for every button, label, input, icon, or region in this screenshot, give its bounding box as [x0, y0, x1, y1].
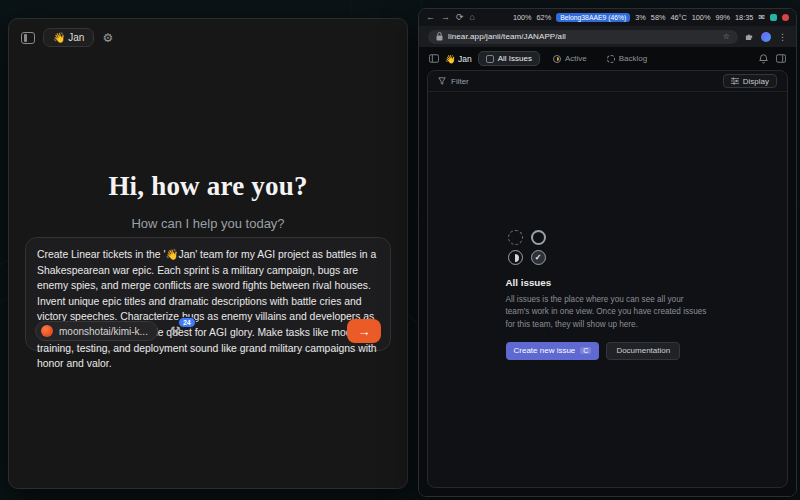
- display-button[interactable]: Display: [723, 74, 777, 88]
- browser-toolbar: ← → ⟳ ⌂ 100% 62% Belong38AAE9 (46%) 3% 5…: [419, 9, 796, 26]
- clock: 18:35: [735, 13, 753, 22]
- lock-icon: [436, 32, 443, 41]
- cpu-status: 62%: [537, 13, 552, 22]
- send-button[interactable]: →: [347, 319, 381, 343]
- filter-funnel-icon: [438, 77, 446, 85]
- bookmark-star-icon[interactable]: ☆: [723, 32, 730, 41]
- back-icon[interactable]: ←: [426, 13, 435, 22]
- greeting-block: Hi, how are you? How can I help you toda…: [9, 171, 407, 231]
- tools-button[interactable]: ⚒ 24: [170, 324, 181, 338]
- browser-menu-icon[interactable]: ⋮: [778, 32, 787, 42]
- stat-3: 3%: [635, 13, 646, 22]
- tab-all-issues[interactable]: All Issues: [478, 51, 540, 66]
- check-icon: ✓: [535, 253, 542, 262]
- backlog-circle-icon: [508, 230, 523, 245]
- model-selector-chip[interactable]: moonshotai/kimi-k...: [35, 321, 158, 341]
- app-tray-icon[interactable]: [770, 14, 777, 21]
- status-tray: 100% 62% Belong38AAE9 (46%) 3% 58% 46°C …: [513, 13, 789, 22]
- extensions-puzzle-icon[interactable]: [745, 32, 754, 41]
- browser-window: ← → ⟳ ⌂ 100% 62% Belong38AAE9 (46%) 3% 5…: [418, 8, 797, 497]
- filter-bar: Filter Display: [428, 71, 787, 92]
- linear-issues-panel: Filter Display ✓: [427, 70, 788, 488]
- todo-circle-icon: [531, 230, 546, 245]
- address-bar[interactable]: linear.app/janii/team/JANAPP/all ☆: [428, 30, 738, 44]
- tab-all-issues-label: All Issues: [498, 54, 532, 63]
- stat-58: 58%: [651, 13, 666, 22]
- empty-state-description: All issues is the place where you can se…: [506, 294, 710, 331]
- reload-icon[interactable]: ⟳: [456, 13, 464, 22]
- desktop: { "jan_app": { "titlebar": { "team_chip_…: [0, 0, 800, 500]
- done-circle-icon: ✓: [531, 250, 546, 265]
- stat-99: 99%: [715, 13, 730, 22]
- tools-count-badge: 24: [178, 317, 196, 328]
- greeting-title: Hi, how are you?: [9, 171, 407, 202]
- jan-titlebar: 👋 Jan ⚙: [9, 19, 407, 56]
- documentation-button[interactable]: Documentation: [606, 342, 680, 360]
- backlog-status-icon: [607, 55, 615, 63]
- linear-team-name: 👋 Jan: [445, 54, 472, 64]
- create-new-issue-label: Create new issue: [514, 346, 576, 355]
- linear-header-actions: [759, 54, 786, 64]
- address-bar-row: linear.app/janii/team/JANAPP/all ☆ ⋮: [419, 26, 796, 47]
- mail-tray-icon[interactable]: ✉: [758, 13, 765, 22]
- active-status-icon: [553, 55, 561, 63]
- settings-gear-icon[interactable]: ⚙: [102, 32, 113, 44]
- url-text: linear.app/janii/team/JANAPP/all: [448, 32, 566, 41]
- tab-active[interactable]: Active: [546, 52, 594, 65]
- team-chip[interactable]: 👋 Jan: [43, 28, 94, 47]
- composer-toolbar: moonshotai/kimi-k... ⚒ 24 →: [35, 319, 381, 343]
- send-arrow-icon: →: [358, 324, 371, 339]
- linear-sidebar-toggle-icon[interactable]: [429, 54, 439, 63]
- jan-app-window: 👋 Jan ⚙ Hi, how are you? How can I help …: [8, 18, 408, 489]
- prompt-input-text[interactable]: Create Linear tickets in the '👋Jan' team…: [37, 247, 379, 372]
- home-icon[interactable]: ⌂: [470, 13, 475, 22]
- create-shortcut-key: C: [580, 347, 591, 354]
- notifications-bell-icon[interactable]: [759, 54, 768, 64]
- filter-button[interactable]: Filter: [438, 77, 469, 86]
- chat-composer[interactable]: Create Linear tickets in the '👋Jan' team…: [25, 237, 391, 351]
- battery-status: 100%: [513, 13, 532, 22]
- sidebar-toggle-icon[interactable]: [21, 32, 35, 44]
- empty-state-title: All issues: [506, 277, 710, 288]
- all-issues-icon: [486, 55, 494, 63]
- forward-icon[interactable]: →: [441, 13, 450, 22]
- jan-logo-emoji: 👋 Jan: [53, 32, 84, 43]
- display-sliders-icon: [731, 77, 739, 85]
- greeting-subtitle: How can I help you today?: [9, 216, 407, 231]
- tab-backlog[interactable]: Backlog: [600, 52, 654, 65]
- stat-100: 100%: [692, 13, 711, 22]
- model-selector-label: moonshotai/kimi-k...: [59, 326, 148, 337]
- filter-label: Filter: [451, 77, 469, 86]
- right-panel-icon[interactable]: [776, 54, 786, 63]
- in-progress-circle-icon: [508, 250, 523, 265]
- network-badge: Belong38AAE9 (46%): [556, 13, 630, 22]
- linear-team-label[interactable]: 👋 Jan: [445, 54, 472, 64]
- empty-state: ✓ All issues All issues is the place whe…: [506, 230, 710, 360]
- profile-avatar[interactable]: [761, 32, 771, 42]
- display-label: Display: [743, 77, 769, 86]
- empty-state-actions: Create new issue C Documentation: [506, 342, 710, 360]
- linear-app: 👋 Jan All Issues Active Backlog: [419, 47, 796, 496]
- tab-backlog-label: Backlog: [619, 54, 647, 63]
- status-icons-cluster: ✓: [508, 230, 547, 265]
- linear-header: 👋 Jan All Issues Active Backlog: [419, 47, 796, 70]
- tab-active-label: Active: [565, 54, 587, 63]
- model-provider-icon: [41, 325, 53, 337]
- record-tray-icon[interactable]: [782, 14, 789, 21]
- create-new-issue-button[interactable]: Create new issue C: [506, 342, 600, 360]
- temperature-status: 46°C: [670, 13, 686, 22]
